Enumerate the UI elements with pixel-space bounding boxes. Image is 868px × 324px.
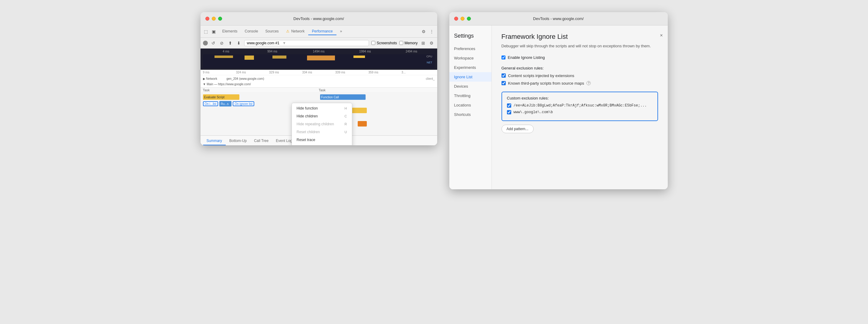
enable-ignore-checkbox[interactable] <box>501 56 505 60</box>
tab-call-tree[interactable]: Call Tree <box>250 137 272 145</box>
upload-icon[interactable]: ⬆ <box>227 40 233 46</box>
tab-console[interactable]: Console <box>241 28 262 35</box>
network-task: gen_204 (www.google.com) <box>227 77 264 80</box>
recording-toolbar: ↺ ⊘ ⬆ ⬇ www.google.com #1 ▼ Screenshots … <box>200 38 437 48</box>
close-button-left[interactable] <box>206 17 209 21</box>
reload-icon[interactable]: ↺ <box>210 40 216 46</box>
warning-icon-network: ⚠ <box>286 29 289 33</box>
context-menu: Hide function H Hide children C Hide rep… <box>291 103 352 145</box>
custom-rule-2-checkbox[interactable] <box>507 110 511 115</box>
content-scripts-label: Content scripts injected by extensions <box>508 73 574 78</box>
time-2: 329 ms <box>269 71 302 74</box>
add-pattern-button[interactable]: Add pattern... <box>501 125 534 133</box>
layers-icon[interactable]: ⊞ <box>420 40 426 46</box>
network-label: ▶ Network <box>203 77 224 80</box>
cpu-bar-3 <box>273 56 286 59</box>
time-5: 359 ms <box>368 71 401 74</box>
inspect-icon[interactable]: ⬚ <box>203 29 209 35</box>
net-label: NET <box>427 61 432 64</box>
devtools-left-window: DevTools - www.google.com/ ⬚ ▣ Elements … <box>200 12 437 145</box>
screenshots-label[interactable]: Screenshots <box>371 41 397 45</box>
tl-label-1: 994 ms <box>249 50 296 53</box>
cpu-label: CPU <box>426 55 432 58</box>
tab-summary[interactable]: Summary <box>203 137 226 145</box>
sidebar-ignore-list[interactable]: Ignore List <box>449 72 492 82</box>
settings-close-btn[interactable]: × <box>660 33 662 38</box>
menu-hide-repeating[interactable]: Hide repeating children R <box>292 120 352 128</box>
minimize-button-right[interactable] <box>461 17 464 21</box>
timeline-labels: 4 ms 994 ms 1494 ms 1994 ms 2494 ms <box>200 48 437 54</box>
sidebar-shortcuts[interactable]: Shortcuts <box>449 110 492 119</box>
general-rules-group: General exclusion rules: Content scripts… <box>501 66 658 86</box>
maximize-button-left[interactable] <box>218 17 222 21</box>
tab-bottom-up[interactable]: Bottom-Up <box>226 137 250 145</box>
titlebar-left: DevTools - www.google.com/ <box>200 12 437 26</box>
time-3: 334 ms <box>302 71 335 74</box>
rule-content-scripts: Content scripts injected by extensions <box>501 73 658 78</box>
menu-hide-children[interactable]: Hide children C <box>292 112 352 120</box>
sidebar-throttling[interactable]: Throttling <box>449 91 492 100</box>
rule-entry-2: www\.google\.com\b <box>507 110 653 115</box>
tab-network[interactable]: ⚠ Network <box>282 28 308 35</box>
screenshots-checkbox[interactable] <box>371 41 375 45</box>
client-label: client_ <box>426 77 435 80</box>
menu-hide-function[interactable]: Hide function H <box>292 104 352 112</box>
top-toolbar-left: ⬚ ▣ Elements Console Sources ⚠ Network P… <box>200 26 437 38</box>
evaluate-script-block[interactable]: Evaluate Script <box>203 94 239 100</box>
menu-reset-trace[interactable]: Reset trace <box>292 136 352 144</box>
cpu-bar-5 <box>353 56 365 58</box>
window-title-left: DevTools - www.google.com/ <box>293 17 344 21</box>
sidebar-workspace[interactable]: Workspace <box>449 54 492 63</box>
traffic-lights-right <box>454 17 471 21</box>
custom-rules-box: Custom exclusion rules: /ee=ALeJib:B8gLw… <box>501 92 658 121</box>
titlebar-right: DevTools - www.google.com/ <box>449 12 668 26</box>
time-1: 324 ms <box>236 71 269 74</box>
address-dropdown-icon[interactable]: ▼ <box>282 41 286 45</box>
memory-checkbox[interactable] <box>399 41 403 45</box>
sidebar-preferences[interactable]: Preferences <box>449 44 492 54</box>
clear-icon[interactable]: ⊘ <box>219 40 225 46</box>
orange-block[interactable] <box>358 121 367 127</box>
rule-entry-1: /ee=ALeJib:B8gLwd;AfeaP:TkrAjf;Afksuc:wM… <box>507 103 653 108</box>
function-call-block[interactable]: Function Call <box>320 94 366 100</box>
rus-block[interactable]: Ru...s <box>219 101 231 106</box>
network-row: ▶ Network gen_204 (www.google.com) clien… <box>200 76 437 81</box>
help-icon[interactable]: ? <box>586 81 591 85</box>
tab-performance[interactable]: Performance <box>308 28 337 35</box>
on-ignore-list-badge-1[interactable]: On i...list <box>203 101 218 106</box>
sidebar-devices[interactable]: Devices <box>449 82 492 91</box>
tab-elements[interactable]: Elements <box>219 28 241 35</box>
section-description: Debugger will skip through the scripts a… <box>501 43 658 49</box>
content-scripts-checkbox[interactable] <box>501 73 506 78</box>
download-icon[interactable]: ⬇ <box>236 40 242 46</box>
memory-label[interactable]: Memory <box>399 41 417 45</box>
custom-rule-1-text: /ee=ALeJib:B8gLwd;AfeaP:TkrAjf;Afksuc:wM… <box>514 103 647 108</box>
settings-icon[interactable]: ⚙ <box>421 29 427 35</box>
record-button[interactable] <box>203 41 208 45</box>
tab-list: Elements Console Sources ⚠ Network Perfo… <box>219 28 346 35</box>
settings-body: Settings Preferences Workspace Experimen… <box>449 26 668 189</box>
device-icon[interactable]: ▣ <box>211 29 217 35</box>
main-label: ▼ Main — https://www.google.com/ <box>203 83 251 86</box>
third-party-checkbox[interactable] <box>501 81 506 85</box>
task-col-header-2: Task <box>319 88 435 92</box>
tab-sources[interactable]: Sources <box>262 28 282 35</box>
minimize-button-left[interactable] <box>212 17 216 21</box>
sidebar-locations[interactable]: Locations <box>449 100 492 110</box>
address-bar[interactable]: www.google.com #1 ▼ <box>244 40 369 46</box>
more-tabs-btn[interactable]: » <box>337 28 346 35</box>
more-options-icon[interactable]: ⋮ <box>429 29 435 35</box>
sidebar-experiments[interactable]: Experiments <box>449 63 492 72</box>
enable-ignore-row: Enable Ignore Listing <box>501 55 658 60</box>
settings2-icon[interactable]: ⚙ <box>429 40 435 46</box>
maximize-button-right[interactable] <box>467 17 471 21</box>
custom-rule-1-checkbox[interactable] <box>507 103 511 108</box>
window-title-right: DevTools - www.google.com/ <box>533 17 584 21</box>
enable-ignore-label: Enable Ignore Listing <box>508 55 545 60</box>
on-ignore-list-badge-2[interactable]: On ignore list <box>233 101 254 106</box>
close-button-right[interactable] <box>454 17 458 21</box>
menu-reset-children[interactable]: Reset children U <box>292 128 352 136</box>
main-row: ▼ Main — https://www.google.com/ <box>200 81 437 87</box>
third-party-label: Known third-party scripts from source ma… <box>508 81 584 86</box>
flame-row-1: Evaluate Script Function Call <box>203 94 435 100</box>
